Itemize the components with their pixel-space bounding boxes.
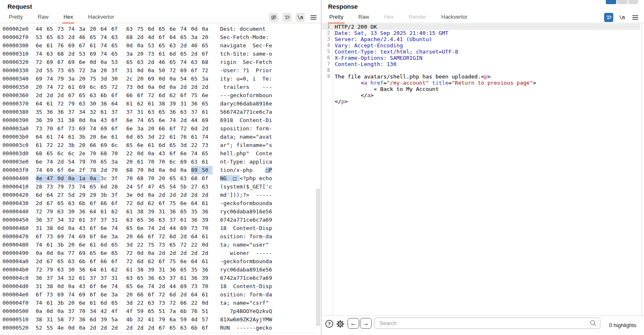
hex-byte[interactable]: 70 xyxy=(79,307,90,315)
hex-byte[interactable]: 67 xyxy=(47,199,57,208)
hex-byte[interactable]: 69 xyxy=(47,166,57,174)
hex-byte[interactable]: 62 xyxy=(148,199,159,208)
hex-byte[interactable]: 53 xyxy=(36,33,47,42)
hex-byte[interactable]: 65 xyxy=(90,249,100,257)
hex-byte[interactable]: 74 xyxy=(68,232,79,241)
hex-row[interactable]: 000004900a0d0a7769656e65720d0a2d2d2d2d2d… xyxy=(0,249,316,257)
hex-byte[interactable]: 3a xyxy=(137,125,148,133)
hex-byte[interactable]: 30 xyxy=(111,75,122,83)
hex-byte[interactable]: 0d xyxy=(68,324,79,332)
hex-byte[interactable]: 68 xyxy=(57,50,68,58)
hex-byte[interactable]: 73 xyxy=(47,183,57,191)
hex-byte[interactable]: 39 xyxy=(169,100,180,108)
hex-byte[interactable]: 74 xyxy=(148,282,159,291)
hex-byte[interactable]: 31 xyxy=(36,282,47,291)
hex-byte[interactable]: 2d xyxy=(191,50,202,58)
hex-byte[interactable]: 6d xyxy=(159,141,169,149)
hex-ascii[interactable]: Dest: document xyxy=(220,25,272,33)
hex-byte[interactable]: 61 xyxy=(36,141,47,149)
hex-byte[interactable]: 7a xyxy=(169,307,180,315)
hex-byte[interactable]: 6f xyxy=(90,199,100,208)
hex-ascii[interactable]: osition: form-da xyxy=(220,232,272,241)
hex-byte[interactable]: 69 xyxy=(180,158,191,166)
hex-byte[interactable]: 66 xyxy=(90,141,100,149)
hex-byte[interactable]: 35 xyxy=(36,108,47,116)
newline-display-icon[interactable]: \n xyxy=(617,13,627,22)
hex-byte[interactable]: 0d xyxy=(148,166,159,174)
hex-byte[interactable]: 54 xyxy=(68,158,79,166)
hex-byte[interactable]: 6e xyxy=(100,291,111,299)
hex-byte[interactable]: 28 xyxy=(111,183,122,191)
hex-byte[interactable]: 6a xyxy=(169,315,180,324)
response-line[interactable]: 2Date: Sat, 13 Sep 2025 21:40:15 GMT xyxy=(322,30,640,36)
hex-byte[interactable]: 0d xyxy=(159,83,169,91)
hex-byte[interactable]: 61 xyxy=(169,133,180,141)
hex-byte[interactable]: 2d xyxy=(191,249,202,257)
hex-byte[interactable]: 75 xyxy=(169,257,180,266)
hex-byte[interactable]: 3b xyxy=(68,141,79,149)
hex-byte[interactable]: 68 xyxy=(36,149,47,158)
hex-byte[interactable]: 2d xyxy=(47,91,57,100)
hex-byte[interactable]: 57 xyxy=(202,315,213,324)
hex-byte[interactable]: 72 xyxy=(36,58,47,66)
hex-byte[interactable]: 65 xyxy=(169,141,180,149)
hex-byte[interactable]: 36 xyxy=(36,216,47,224)
hex-byte[interactable]: 72 xyxy=(159,232,169,241)
hex-byte[interactable]: 61 xyxy=(100,108,111,116)
hex-byte[interactable]: 73 xyxy=(57,25,68,33)
hex-byte[interactable]: 34 xyxy=(57,274,68,282)
hex-byte[interactable]: 64 xyxy=(169,33,180,42)
hex-byte[interactable]: 64 xyxy=(191,291,202,299)
hex-byte[interactable]: 6e xyxy=(100,232,111,241)
hex-byte[interactable]: 58 xyxy=(57,315,68,324)
response-line[interactable]: 6X-Frame-Options: SAMEORIGIN xyxy=(322,55,640,61)
hex-byte[interactable]: 6e xyxy=(100,282,111,291)
hex-byte[interactable]: 0a xyxy=(159,166,169,174)
hex-row[interactable]: 00000390363931380d0a436f6e74656e742d4469… xyxy=(0,116,316,125)
hex-byte[interactable]: 3a xyxy=(90,66,100,75)
hex-byte[interactable]: 0d xyxy=(137,191,148,199)
hex-byte[interactable]: 24 xyxy=(126,183,137,191)
hex-byte[interactable]: 6f xyxy=(90,282,100,291)
hex-ascii[interactable]: md']));?> ----- xyxy=(220,191,272,199)
hex-byte[interactable]: 46 xyxy=(159,58,169,66)
hex-byte[interactable]: 59 xyxy=(180,315,191,324)
hex-byte[interactable]: 6d xyxy=(191,125,202,133)
hex-byte[interactable]: 65 xyxy=(137,216,148,224)
hex-byte[interactable]: 6f xyxy=(36,291,47,299)
newline-display-icon[interactable]: \n xyxy=(296,13,305,22)
hex-byte[interactable]: 65 xyxy=(47,33,57,42)
hex-byte[interactable]: 0d xyxy=(159,75,169,83)
hex-byte[interactable]: 6d xyxy=(36,191,47,199)
hex-byte[interactable]: 0d xyxy=(137,149,148,158)
hex-byte[interactable]: 20 xyxy=(68,241,79,249)
hex-byte[interactable]: 0d xyxy=(202,241,213,249)
response-line[interactable]: </p> xyxy=(322,98,640,105)
hex-byte[interactable]: 6f xyxy=(57,125,68,133)
hex-byte[interactable]: 6f xyxy=(111,116,122,125)
hex-byte[interactable]: 3a xyxy=(79,25,90,33)
hex-byte[interactable]: 74 xyxy=(36,299,47,307)
hex-byte[interactable]: 77 xyxy=(68,315,79,324)
hex-byte[interactable]: 3a xyxy=(191,33,202,42)
hex-ascii[interactable]: ar"; filename="s xyxy=(220,141,272,149)
hex-byte[interactable]: 6f xyxy=(169,125,180,133)
hex-byte[interactable]: 5f xyxy=(137,183,148,191)
hex-byte[interactable]: 66 xyxy=(100,199,111,208)
hex-byte[interactable]: 61 xyxy=(90,299,100,307)
hex-row[interactable]: 0000046031380d0a436f6e74656e742d44697370… xyxy=(0,224,316,232)
hex-byte[interactable]: 32 xyxy=(68,274,79,282)
layout-selector-segment[interactable] xyxy=(628,0,638,4)
hex-byte[interactable]: 53 xyxy=(79,50,90,58)
hex-byte[interactable]: 2d xyxy=(36,91,47,100)
hex-byte[interactable]: 70 xyxy=(111,166,122,174)
hex-byte[interactable]: 6e xyxy=(180,199,191,208)
hex-byte[interactable]: 74 xyxy=(202,133,213,141)
hex-byte[interactable]: 38 xyxy=(159,100,169,108)
hex-byte[interactable]: 55 xyxy=(47,324,57,332)
hex-byte[interactable]: 6f xyxy=(202,324,213,332)
hex-ascii[interactable]: RUN ------gecko xyxy=(220,324,272,332)
hex-byte[interactable]: 36 xyxy=(169,108,180,116)
hex-byte[interactable]: 2d xyxy=(137,33,148,42)
hex-byte[interactable]: 63 xyxy=(159,274,169,282)
